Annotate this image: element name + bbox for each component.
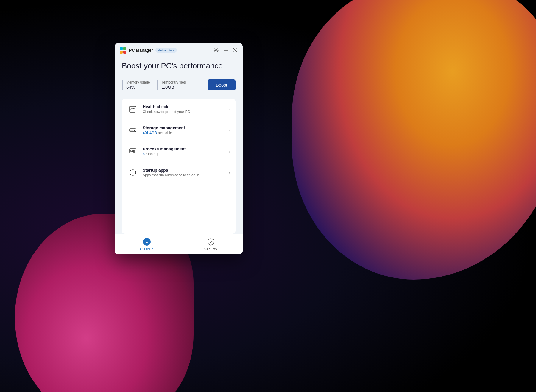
security-nav-icon: [207, 238, 215, 246]
health-check-title: Health check: [143, 104, 229, 109]
process-chevron: ›: [229, 149, 230, 154]
security-nav-label: Security: [204, 247, 217, 251]
close-button[interactable]: [233, 48, 238, 53]
memory-label: Memory usage: [126, 80, 150, 84]
svg-rect-0: [120, 47, 123, 50]
close-icon: [233, 48, 237, 52]
process-management-text: Process management 8 running: [143, 147, 229, 156]
storage-management-title: Storage management: [143, 126, 229, 130]
app-title: PC Manager: [129, 48, 153, 53]
minimize-icon: [223, 48, 228, 53]
memory-stat: Memory usage 64%: [122, 80, 150, 90]
svg-rect-18: [133, 151, 135, 152]
storage-management-subtitle: 491.4GB available: [143, 131, 229, 135]
process-management-title: Process management: [143, 147, 229, 151]
storage-chevron: ›: [229, 128, 230, 133]
nav-security[interactable]: Security: [179, 234, 243, 254]
beta-badge: Public Beta: [155, 48, 177, 53]
bg-blob-right: [292, 0, 536, 280]
app-logo: [119, 47, 127, 54]
svg-rect-17: [133, 150, 135, 151]
svg-rect-2: [120, 51, 123, 54]
cleanup-nav-icon: [143, 238, 151, 246]
nav-cleanup[interactable]: Cleanup: [115, 234, 179, 254]
health-check-subtitle: Check now to protect your PC: [143, 110, 229, 114]
minimize-button[interactable]: [223, 48, 228, 53]
temp-files-value: 1.8GB: [161, 84, 186, 90]
svg-rect-16: [131, 150, 133, 152]
process-management-icon: [127, 146, 138, 157]
svg-point-13: [134, 130, 135, 131]
startup-apps-subtitle: Apps that run automatically at log in: [143, 173, 229, 177]
page-heading: Boost your PC's performance: [122, 61, 236, 71]
process-management-item[interactable]: Process management 8 running ›: [122, 141, 236, 162]
temp-files-stat: Temporary files 1.8GB: [157, 80, 186, 90]
startup-chevron: ›: [229, 170, 230, 175]
startup-apps-item[interactable]: Startup apps Apps that run automatically…: [122, 162, 236, 183]
stats-row: Memory usage 64% Temporary files 1.8GB B…: [122, 77, 236, 93]
titlebar: PC Manager Public Beta: [115, 43, 243, 56]
storage-highlight: 491.4GB: [143, 131, 157, 135]
memory-value: 64%: [126, 84, 150, 90]
bottom-nav: Cleanup Security: [115, 234, 243, 254]
titlebar-actions: [214, 48, 238, 53]
svg-point-4: [216, 50, 217, 51]
health-check-text: Health check Check now to protect your P…: [143, 104, 229, 114]
health-check-icon: [127, 104, 138, 115]
startup-apps-icon: [127, 167, 138, 178]
startup-apps-text: Startup apps Apps that run automatically…: [143, 168, 229, 177]
svg-rect-3: [123, 51, 126, 54]
storage-management-icon: [127, 125, 138, 136]
health-check-chevron: ›: [229, 107, 230, 112]
app-window: PC Manager Public Beta: [115, 43, 243, 254]
startup-apps-title: Startup apps: [143, 168, 229, 173]
cleanup-nav-label: Cleanup: [140, 247, 153, 251]
svg-line-25: [211, 241, 212, 243]
menu-list: Health check Check now to protect your P…: [122, 99, 236, 234]
boost-button[interactable]: Boost: [208, 79, 236, 90]
gear-icon: [214, 48, 219, 53]
storage-management-item[interactable]: Storage management 491.4GB available ›: [122, 120, 236, 141]
temp-files-label: Temporary files: [161, 80, 186, 84]
health-check-item[interactable]: Health check Check now to protect your P…: [122, 99, 236, 120]
main-content: Boost your PC's performance Memory usage…: [115, 56, 243, 234]
storage-management-text: Storage management 491.4GB available: [143, 126, 229, 135]
process-management-subtitle: 8 running: [143, 152, 229, 156]
process-highlight: 8: [143, 152, 145, 156]
settings-button[interactable]: [214, 48, 219, 53]
svg-rect-1: [123, 47, 126, 50]
